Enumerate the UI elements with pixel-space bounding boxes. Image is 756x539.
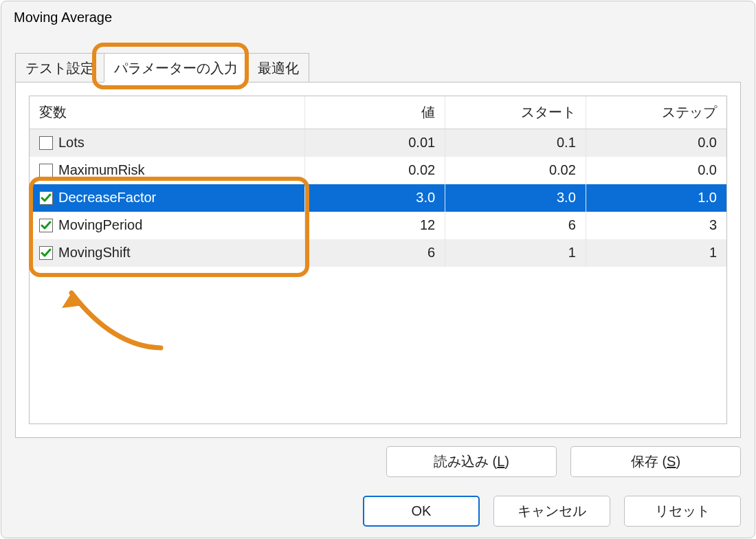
save-button-suffix: ) xyxy=(676,454,680,469)
load-button-key: L xyxy=(497,454,504,469)
row-variable-name: MaximumRisk xyxy=(58,162,145,178)
cell-variable[interactable]: Lots xyxy=(30,129,304,157)
row-checkbox[interactable] xyxy=(39,164,53,177)
cell-step[interactable]: 0.0 xyxy=(586,157,726,184)
row-checkbox[interactable] xyxy=(39,136,53,150)
cell-start[interactable]: 0.1 xyxy=(445,129,586,157)
cell-variable[interactable]: MovingShift xyxy=(30,239,304,267)
cell-start[interactable]: 3.0 xyxy=(445,184,586,212)
cell-value[interactable]: 0.02 xyxy=(304,157,445,184)
row-checkbox[interactable] xyxy=(39,246,53,260)
parameters-table: 変数 値 スタート ステップ Lots0.010.10.0MaximumRisk… xyxy=(30,96,726,267)
table-row[interactable]: MovingPeriod1263 xyxy=(30,212,726,239)
table-header-row: 変数 値 スタート ステップ xyxy=(30,96,726,129)
tab-test-settings[interactable]: テスト設定 xyxy=(15,53,104,82)
cell-variable[interactable]: MaximumRisk xyxy=(30,157,304,184)
cell-step[interactable]: 0.0 xyxy=(586,129,726,157)
save-button[interactable]: 保存 (S) xyxy=(570,446,741,477)
tab-optimization[interactable]: 最適化 xyxy=(248,53,309,82)
row-variable-name: MovingShift xyxy=(58,245,131,261)
button-row-ok-cancel: OK キャンセル リセット xyxy=(363,496,741,527)
load-button[interactable]: 読み込み (L) xyxy=(386,446,557,477)
cell-variable[interactable]: MovingPeriod xyxy=(30,212,304,239)
cell-start[interactable]: 0.02 xyxy=(445,157,586,184)
window-title: Moving Average xyxy=(14,10,112,25)
ok-button[interactable]: OK xyxy=(363,496,480,527)
header-start[interactable]: スタート xyxy=(445,96,586,129)
tab-parameters-input[interactable]: パラメーターの入力 xyxy=(104,53,248,82)
load-button-prefix: 読み込み ( xyxy=(434,454,497,469)
cell-start[interactable]: 1 xyxy=(445,239,586,267)
table-row[interactable]: MaximumRisk0.020.020.0 xyxy=(30,157,726,184)
header-value[interactable]: 値 xyxy=(304,96,445,129)
cancel-button[interactable]: キャンセル xyxy=(493,496,610,527)
row-checkbox[interactable] xyxy=(39,219,53,232)
tab-bar: テスト設定 パラメーターの入力 最適化 xyxy=(15,54,309,82)
dialog-window: Moving Average テスト設定 パラメーターの入力 最適化 変数 値 … xyxy=(1,1,755,538)
cell-step[interactable]: 1.0 xyxy=(586,184,726,212)
cell-step[interactable]: 3 xyxy=(586,212,726,239)
row-variable-name: MovingPeriod xyxy=(58,217,142,233)
header-variable[interactable]: 変数 xyxy=(30,96,304,129)
cell-start[interactable]: 6 xyxy=(445,212,586,239)
row-variable-name: Lots xyxy=(58,135,85,151)
cell-value[interactable]: 12 xyxy=(304,212,445,239)
cell-variable[interactable]: DecreaseFactor xyxy=(30,184,304,212)
cell-step[interactable]: 1 xyxy=(586,239,726,267)
reset-button[interactable]: リセット xyxy=(624,496,741,527)
save-button-key: S xyxy=(667,454,676,469)
table-row[interactable]: DecreaseFactor3.03.01.0 xyxy=(30,184,726,212)
parameters-table-container: 変数 値 スタート ステップ Lots0.010.10.0MaximumRisk… xyxy=(29,96,727,424)
button-row-load-save: 読み込み (L) 保存 (S) xyxy=(386,446,741,477)
panel: 変数 値 スタート ステップ Lots0.010.10.0MaximumRisk… xyxy=(15,82,741,438)
load-button-suffix: ) xyxy=(504,454,509,469)
row-checkbox[interactable] xyxy=(39,191,53,205)
cell-value[interactable]: 0.01 xyxy=(304,129,445,157)
save-button-prefix: 保存 ( xyxy=(631,454,667,469)
cell-value[interactable]: 3.0 xyxy=(304,184,445,212)
table-row[interactable]: Lots0.010.10.0 xyxy=(30,129,726,157)
row-variable-name: DecreaseFactor xyxy=(58,190,156,206)
cell-value[interactable]: 6 xyxy=(304,239,445,267)
table-row[interactable]: MovingShift611 xyxy=(30,239,726,267)
header-step[interactable]: ステップ xyxy=(586,96,726,129)
